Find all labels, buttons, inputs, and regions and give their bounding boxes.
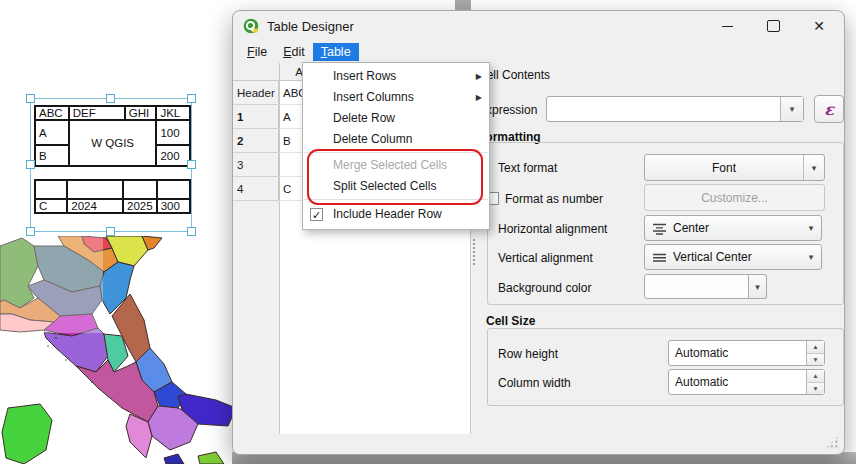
map-region xyxy=(2,404,52,464)
column-width-value[interactable]: Automatic xyxy=(669,375,806,389)
window-title: Table Designer xyxy=(267,19,354,34)
close-icon: ✕ xyxy=(813,18,825,34)
spin-up-icon[interactable]: ▲ xyxy=(807,370,824,383)
maximize-button[interactable] xyxy=(758,11,788,41)
menu-item-insert-columns[interactable]: Insert Columns ▶ xyxy=(303,87,489,108)
preview-table-item[interactable]: ABC DEF GHI JKL A W QGIS 100 B 200 xyxy=(30,98,192,232)
submenu-arrow-icon: ▶ xyxy=(476,66,482,87)
preview-cell[interactable]: 200 xyxy=(156,145,190,166)
preview-cell[interactable]: 2025 xyxy=(123,199,157,213)
row-height-value[interactable]: Automatic xyxy=(669,346,806,360)
close-button[interactable]: ✕ xyxy=(804,11,834,41)
preview-empty-cell[interactable] xyxy=(67,180,123,199)
epsilon-icon: ε xyxy=(824,100,834,119)
customize-button-label: Customize... xyxy=(645,191,824,205)
cell-size-title: Cell Size xyxy=(486,314,535,328)
selection-handle[interactable] xyxy=(26,94,35,103)
menu-item-insert-rows[interactable]: Insert Rows ▶ xyxy=(303,66,489,87)
horizontal-alignment-label: Horizontal alignment xyxy=(498,222,607,236)
menu-edit[interactable]: Edit xyxy=(275,43,313,61)
resize-grip[interactable] xyxy=(825,435,839,449)
checked-checkbox[interactable]: ✓ xyxy=(310,208,323,221)
format-as-number-label: Format as number xyxy=(505,192,603,206)
selection-handle[interactable] xyxy=(106,227,115,236)
grid-row-header[interactable]: 2 xyxy=(233,129,279,153)
menu-bar: File Edit Table xyxy=(233,41,844,63)
text-format-label: Text format xyxy=(498,161,557,175)
preview-header-cell[interactable]: GHI xyxy=(125,106,157,120)
vertical-alignment-value: Vertical Center xyxy=(673,250,752,264)
preview-cell[interactable]: A xyxy=(35,120,69,145)
preview-cell[interactable]: C xyxy=(35,199,67,213)
selection-handle[interactable] xyxy=(187,227,196,236)
dropdown-arrow-icon[interactable]: ▾ xyxy=(801,216,821,240)
selection-handle[interactable] xyxy=(26,227,35,236)
horizontal-alignment-combo[interactable]: Center ▾ xyxy=(644,215,822,241)
selection-handle[interactable] xyxy=(106,94,115,103)
panel-splitter[interactable] xyxy=(473,239,475,265)
dropdown-arrow-icon[interactable]: ▾ xyxy=(803,155,824,180)
grid-row-header[interactable]: 3 xyxy=(233,153,279,177)
menu-item-delete-row[interactable]: Delete Row xyxy=(303,108,489,129)
background-color-well[interactable] xyxy=(644,274,749,299)
selection-handle[interactable] xyxy=(187,160,196,169)
preview-header-cell[interactable]: JKL xyxy=(156,106,190,120)
minimize-button[interactable] xyxy=(712,11,742,41)
dropdown-arrow-icon[interactable]: ▾ xyxy=(801,245,821,269)
grid-row-header[interactable]: 1 xyxy=(233,105,279,129)
grid-row-header[interactable]: Header xyxy=(233,81,279,105)
expression-builder-button[interactable]: ε xyxy=(814,95,844,123)
maximize-icon xyxy=(767,20,780,32)
submenu-arrow-icon: ▶ xyxy=(476,87,482,108)
map-region xyxy=(44,328,108,372)
preview-cell[interactable]: 100 xyxy=(156,120,190,145)
column-width-label: Column width xyxy=(498,376,571,390)
font-button-label: Font xyxy=(645,161,803,175)
selection-handle[interactable] xyxy=(187,94,196,103)
vertical-alignment-combo[interactable]: Vertical Center ▾ xyxy=(644,244,822,270)
preview-empty-cell[interactable] xyxy=(123,180,157,199)
spin-down-icon[interactable]: ▼ xyxy=(807,354,824,366)
preview-cell[interactable]: 300 xyxy=(157,199,190,213)
preview-header-cell[interactable]: DEF xyxy=(69,106,125,120)
preview-empty-cell[interactable] xyxy=(35,180,67,199)
dropdown-arrow-icon[interactable]: ▾ xyxy=(780,97,803,121)
menu-item-delete-column[interactable]: Delete Column xyxy=(303,129,489,150)
preview-cell[interactable]: 2024 xyxy=(67,199,123,213)
row-height-label: Row height xyxy=(498,347,558,361)
preview-cell[interactable]: B xyxy=(35,145,69,166)
font-button[interactable]: Font ▾ xyxy=(644,154,825,181)
preview-header-cell[interactable]: ABC xyxy=(35,106,69,120)
grid-corner[interactable] xyxy=(233,63,280,80)
menu-item-include-header-row[interactable]: ✓ Include Header Row xyxy=(303,202,489,226)
customize-button: Customize... xyxy=(644,184,825,211)
map-region xyxy=(164,454,184,464)
spin-up-icon[interactable]: ▲ xyxy=(807,341,824,354)
align-vertical-center-icon xyxy=(652,251,667,264)
row-height-spinbox[interactable]: Automatic ▲ ▼ xyxy=(668,340,825,366)
expression-combo[interactable]: ▾ xyxy=(546,96,804,122)
annotation-red-rectangle xyxy=(307,149,483,205)
preview-empty-cell[interactable] xyxy=(157,180,190,199)
menu-table[interactable]: Table xyxy=(313,43,359,61)
title-bar[interactable]: Table Designer ✕ xyxy=(233,11,844,41)
background-color-label: Background color xyxy=(498,281,591,295)
align-center-icon xyxy=(652,222,667,235)
background-color-control[interactable]: ▾ xyxy=(644,274,767,299)
screenshot-stage: ABC DEF GHI JKL A W QGIS 100 B 200 xyxy=(0,0,856,464)
map-canvas[interactable] xyxy=(0,236,242,464)
qgis-logo-icon xyxy=(243,18,259,34)
spin-down-icon[interactable]: ▼ xyxy=(807,383,824,395)
dropdown-arrow-icon[interactable]: ▾ xyxy=(749,274,767,299)
map-region xyxy=(198,452,224,464)
preview-table-top-block[interactable]: ABC DEF GHI JKL A W QGIS 100 B 200 xyxy=(34,105,191,167)
menu-file[interactable]: File xyxy=(239,43,275,61)
grid-row-header[interactable]: 4 xyxy=(233,177,279,201)
map-highlight-overlay xyxy=(0,236,103,333)
vertical-alignment-label: Vertical alignment xyxy=(498,251,593,265)
column-width-spinbox[interactable]: Automatic ▲ ▼ xyxy=(668,369,825,395)
selection-handle[interactable] xyxy=(26,160,35,169)
preview-merged-cell[interactable]: W QGIS xyxy=(69,120,157,166)
preview-table-bottom-block[interactable]: C 2024 2025 300 xyxy=(34,179,191,214)
horizontal-alignment-value: Center xyxy=(673,221,709,235)
